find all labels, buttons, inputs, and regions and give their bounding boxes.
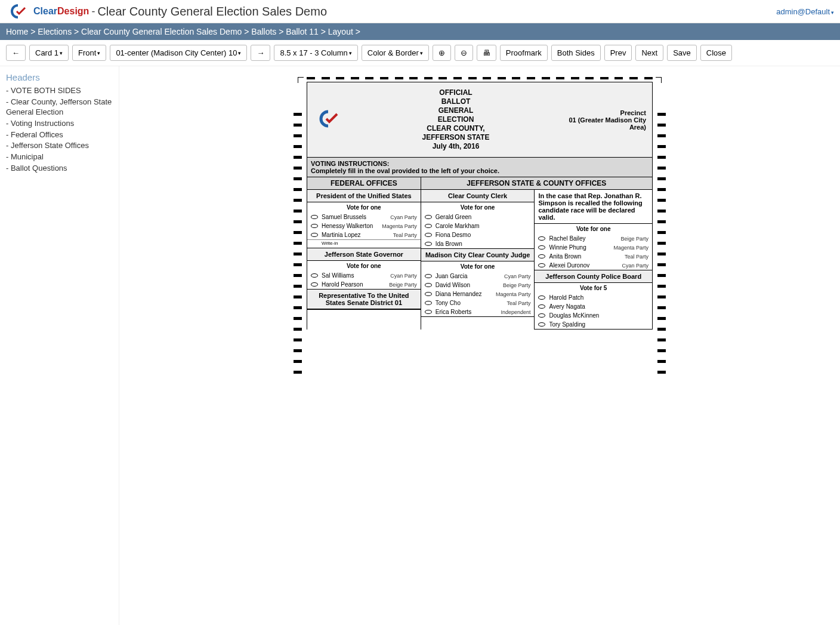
precinct-label: Precinct 01 (Greater Madison City Area) [557,109,646,131]
paper-dropdown[interactable]: 8.5 x 17 - 3 Column [274,45,357,61]
oval-icon [311,273,318,278]
candidate-party: Cyan Party [622,263,648,269]
arrow-left-icon: ← [12,48,20,57]
oval-icon [425,274,432,278]
candidate-row: Douglas McKinnen [535,311,652,320]
ballot-preview: OFFICIAL BALLOT GENERAL ELECTION CLEAR C… [307,77,653,330]
candidate-row: Diana HernandezMagenta Party [421,290,535,298]
candidate-party: Beige Party [389,282,417,288]
sidebar-item[interactable]: - VOTE BOTH SIDES [6,86,113,96]
card-dropdown[interactable]: Card 1 [29,45,69,61]
candidate-name: Rachel Bailey [549,235,620,242]
oval-icon [538,313,545,318]
candidate-row: Henessy WalkertonMagenta Party [307,221,421,230]
section-headers: FEDERAL OFFICES JEFFERSON STATE & COUNTY… [307,177,653,190]
print-button[interactable]: 🖶 [477,45,496,61]
ballot-canvas[interactable]: OFFICIAL BALLOT GENERAL ELECTION CLEAR C… [119,66,840,625]
breadcrumb-item[interactable]: Elections [38,27,72,36]
contest-police: Jefferson County Police Board Vote for 5… [535,270,652,330]
section-header-federal: FEDERAL OFFICES [307,177,421,189]
both-sides-button[interactable]: Both Sides [551,45,601,61]
candidate-party: Teal Party [625,254,648,260]
candidate-name: Gerald Green [436,214,531,220]
oval-icon [538,236,545,241]
oval-icon [425,301,432,305]
oval-icon [538,295,545,300]
candidate-row: Harold PearsonBeige Party [307,280,421,289]
oval-icon [311,233,318,237]
brand-design: Design [57,6,89,17]
zoom-out-button[interactable]: ⊖ [455,45,473,61]
candidate-name: Erica Roberts [436,309,501,315]
candidate-name: Henessy Walkerton [322,223,382,229]
candidate-party: Independent [501,309,530,315]
oval-icon [425,215,432,219]
breadcrumb: Home > Elections > Clear County General … [0,23,840,40]
proofmark-button[interactable]: Proofmark [500,45,548,61]
back-button[interactable]: ← [6,45,26,61]
contest-clerk: Clear County Clerk Vote for one Gerald G… [421,190,535,249]
candidate-party: Beige Party [620,236,648,242]
print-icon: 🖶 [483,48,490,57]
breadcrumb-item[interactable]: Ballot 11 [286,27,318,36]
sidebar-item[interactable]: - Jefferson State Offices [6,141,113,151]
candidate-party: Magenta Party [382,223,417,229]
candidate-row: Juan GarciaCyan Party [421,272,535,281]
candidate-row: Samuel BrusselsCyan Party [307,213,421,221]
sidebar-item[interactable]: - Federal Offices [6,130,113,140]
candidate-party: Cyan Party [504,273,531,279]
zoom-out-icon: ⊖ [461,48,467,57]
candidate-name: Winnie Phung [549,244,613,251]
contest-rep: Representative To the United States Sena… [307,290,421,310]
next-button[interactable]: Next [635,45,663,61]
candidate-name: Juan Garcia [436,273,504,279]
oval-icon [538,322,545,327]
precinct-dropdown[interactable]: 01-center (Madison City Center) 10 [110,45,247,61]
close-button[interactable]: Close [700,45,732,61]
oval-icon [425,242,432,246]
oval-icon [425,233,432,237]
candidate-name: Martinia Lopez [322,232,393,238]
sidebar-item[interactable]: - Ballot Questions [6,164,113,174]
oval-icon [425,224,432,228]
contest-judge: Madison City Clear County Judge Vote for… [421,249,535,317]
sidebar-item[interactable]: - Municipal [6,152,113,162]
sidebar-item[interactable]: - Clear County, Jefferson State General … [6,97,113,118]
prev-button[interactable]: Prev [604,45,632,61]
candidate-row: Fiona Desmo [421,230,535,239]
candidate-row: Harold Patch [535,293,652,302]
zoom-in-icon: ⊕ [438,48,445,57]
section-header-state: JEFFERSON STATE & COUNTY OFFICES [421,177,652,189]
candidate-name: Tony Cho [436,300,507,306]
candidate-row: Tory Spalding [535,320,652,329]
candidate-name: Harold Pearson [322,281,389,288]
side-dropdown[interactable]: Front [72,45,106,61]
breadcrumb-item[interactable]: Home [6,27,28,36]
candidate-name: Avery Nagata [549,303,648,310]
title-separator: - [91,5,95,18]
candidate-party: Cyan Party [390,273,417,279]
oval-icon [538,254,545,258]
save-button[interactable]: Save [667,45,697,61]
timing-marks-right [657,113,666,374]
candidate-name: Anita Brown [549,253,624,260]
timing-marks-left [294,113,302,374]
candidate-name: Fiona Desmo [436,232,531,238]
zoom-in-button[interactable]: ⊕ [433,45,451,61]
crop-mark-icon [656,77,662,83]
sidebar-item[interactable]: - Voting Instructions [6,119,113,129]
breadcrumb-item[interactable]: Ballots [251,27,276,36]
breadcrumb-item[interactable]: Clear County General Election Sales Demo [81,27,242,36]
candidate-row: Ida Brown [421,239,535,248]
user-menu[interactable]: admin@Default [776,7,834,16]
candidate-row: Gerald Green [421,213,535,221]
candidate-party: Cyan Party [390,214,417,220]
color-dropdown[interactable]: Color & Border [362,45,429,61]
contests-grid: President of the Unified States Vote for… [307,190,653,330]
candidate-row: Alexei DuronovCyan Party [535,261,652,270]
forward-button[interactable]: → [251,45,270,61]
candidate-row: David WilsonBeige Party [421,281,535,290]
breadcrumb-item[interactable]: Layout [328,27,353,36]
candidate-row: Erica RobertsIndependent [421,307,535,316]
sidebar-title: Headers [6,72,113,82]
